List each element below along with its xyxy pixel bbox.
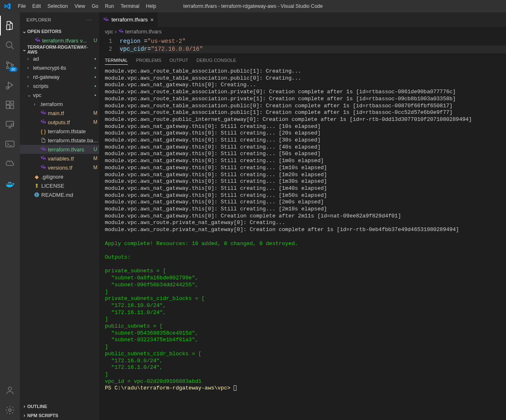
vscode-logo-icon — [0, 3, 14, 9]
svg-rect-7 — [10, 105, 14, 109]
item-label: rd-gateway — [33, 74, 92, 80]
folder-item[interactable]: ›letsencrypt-tls● — [20, 63, 99, 72]
svg-point-14 — [36, 184, 38, 186]
file-item[interactable]: versions.tfM — [20, 163, 99, 172]
status-dot: ● — [92, 75, 99, 79]
npm-header[interactable]: › NPM SCRIPTS — [20, 411, 99, 420]
outline-header[interactable]: › OUTLINE — [20, 402, 99, 411]
activity-explorer[interactable] — [0, 16, 20, 35]
scm-badge: 30 — [9, 67, 17, 72]
editor-tab[interactable]: terraform.tfvars × — [99, 12, 158, 27]
menu-help[interactable]: Help — [143, 3, 160, 9]
workspace-header[interactable]: ⌄ TERRAFORM-RDGATEWAY-AWS — [20, 45, 99, 54]
terminal-output[interactable]: module.vpc.aws_route_table_association.p… — [99, 65, 506, 420]
more-icon[interactable]: ··· — [86, 17, 92, 22]
activity-remote[interactable] — [0, 115, 20, 134]
svg-point-12 — [8, 387, 12, 390]
activity-debug[interactable] — [0, 75, 20, 95]
menu-view[interactable]: View — [71, 3, 88, 9]
item-label: outputs.tf — [48, 119, 92, 125]
activity-account[interactable] — [0, 380, 20, 400]
file-item[interactable]: iREADME.md — [20, 190, 99, 199]
editor-area: terraform.tfvars × vpc › terraform.tfvar… — [99, 12, 506, 420]
sidebar-title: EXPLORER — [26, 17, 51, 22]
item-label: vpc — [33, 92, 92, 98]
status-badge: M — [92, 119, 99, 125]
license-icon — [33, 183, 40, 189]
sidebar-header: EXPLORER ··· — [20, 12, 99, 27]
folder-item[interactable]: ›ad● — [20, 54, 99, 63]
git-icon: ◆ — [33, 174, 40, 180]
line-gutter: 1 2 — [99, 38, 120, 53]
menu-edit[interactable]: Edit — [29, 3, 44, 9]
activity-extensions[interactable] — [0, 95, 20, 115]
item-label: .terraform — [40, 101, 99, 107]
breadcrumb-item[interactable]: vpc — [105, 28, 113, 35]
folder-item[interactable]: ›.terraform — [20, 99, 99, 109]
menu-run[interactable]: Run — [102, 3, 117, 9]
panel-tab-debug[interactable]: DEBUG CONSOLE — [196, 56, 236, 65]
menu-file[interactable]: File — [14, 3, 29, 9]
file-item[interactable]: outputs.tfM — [20, 118, 99, 127]
file-tree: ›ad●›letsencrypt-tls●›rd-gateway●›script… — [20, 54, 99, 402]
terraform-icon — [40, 146, 47, 152]
chevron-right-icon: › — [34, 101, 40, 106]
svg-point-13 — [9, 409, 11, 411]
breadcrumbs[interactable]: vpc › terraform.tfvars — [99, 27, 506, 36]
code-content[interactable]: region ="us-west-2" vpc_cidr="172.16.0.0… — [120, 38, 506, 53]
item-label: scripts — [33, 83, 92, 89]
svg-text:i: i — [36, 193, 37, 197]
chevron-right-icon: › — [27, 56, 33, 61]
item-label: terraform.tfstate — [48, 128, 99, 134]
folder-item[interactable]: ›scripts● — [20, 81, 99, 90]
titlebar: File Edit Selection View Go Run Terminal… — [0, 0, 506, 12]
panel-tab-problems[interactable]: PROBLEMS — [136, 56, 161, 65]
svg-rect-6 — [6, 105, 9, 109]
chevron-right-icon: › — [21, 403, 27, 409]
file-item[interactable]: terraform.tfstate.backup — [20, 136, 99, 145]
info-icon: i — [33, 192, 40, 198]
activity-search[interactable] — [0, 35, 20, 55]
terraform-icon — [40, 156, 47, 161]
chevron-down-icon: ⌄ — [21, 47, 27, 52]
panel: TERMINAL PROBLEMS OUTPUT DEBUG CONSOLE m… — [99, 53, 506, 420]
terraform-icon — [40, 110, 47, 116]
activity-aws[interactable] — [0, 154, 20, 174]
panel-tabs: TERMINAL PROBLEMS OUTPUT DEBUG CONSOLE — [99, 54, 506, 65]
item-label: terraform.tfvars — [48, 146, 92, 153]
activity-settings[interactable] — [0, 400, 20, 420]
status-dot: ● — [92, 84, 99, 88]
folder-item[interactable]: ›rd-gateway● — [20, 72, 99, 81]
open-editor-item[interactable]: terraform.tfvars v... U — [20, 36, 99, 45]
file-item[interactable]: variables.tfM — [20, 154, 99, 163]
main-menu: File Edit Selection View Go Run Terminal… — [14, 3, 159, 9]
activity-remote-ssh[interactable] — [0, 134, 20, 154]
item-label: ad — [33, 56, 92, 62]
item-label: LICENSE — [41, 183, 99, 189]
close-icon[interactable]: × — [150, 17, 154, 23]
panel-tab-output[interactable]: OUTPUT — [170, 56, 188, 65]
file-item[interactable]: terraform.tfvarsU — [20, 145, 99, 154]
file-item[interactable]: ◆.gitignore — [20, 172, 99, 181]
status-dot: ● — [92, 93, 99, 97]
file-item[interactable]: { }terraform.tfstate — [20, 127, 99, 136]
menu-selection[interactable]: Selection — [44, 3, 71, 9]
item-label: .gitignore — [41, 174, 99, 180]
file-item[interactable]: main.tfM — [20, 109, 99, 118]
breadcrumb-item[interactable]: terraform.tfvars — [125, 28, 162, 35]
menu-terminal[interactable]: Terminal — [117, 3, 142, 9]
activity-docker[interactable] — [0, 174, 20, 194]
chevron-down-icon: ⌄ — [27, 92, 33, 98]
activity-scm[interactable]: 30 — [0, 55, 20, 75]
terraform-icon — [40, 119, 47, 125]
folder-item[interactable]: ⌄vpc● — [20, 90, 99, 99]
file-item[interactable]: LICENSE — [20, 181, 99, 190]
status-dot: ● — [92, 57, 99, 61]
item-label: variables.tf — [48, 156, 92, 162]
open-editors-header[interactable]: ⌄ OPEN EDITORS — [20, 27, 99, 36]
menu-go[interactable]: Go — [88, 3, 102, 9]
panel-tab-terminal[interactable]: TERMINAL — [105, 56, 128, 65]
code-editor[interactable]: 1 2 region ="us-west-2" vpc_cidr="172.16… — [99, 36, 506, 53]
terraform-icon — [40, 165, 47, 170]
terraform-icon — [118, 29, 124, 34]
